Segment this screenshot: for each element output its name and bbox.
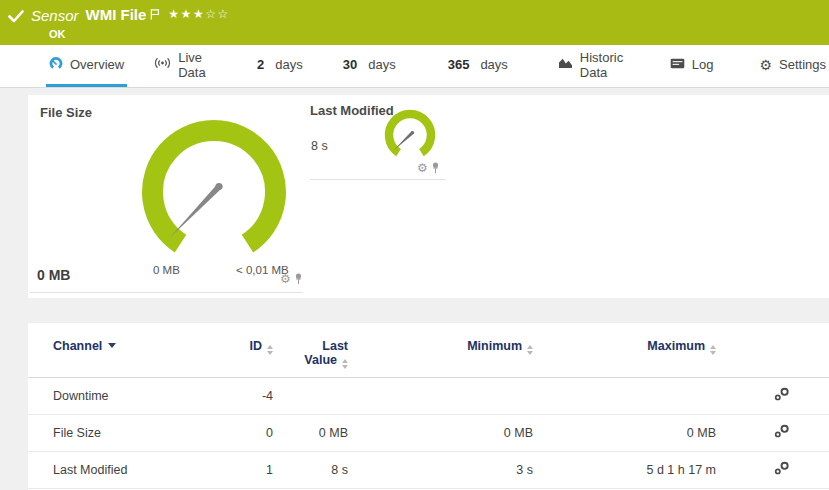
table-row-file-size[interactable]: File Size 0 0 MB 0 MB 0 MB bbox=[28, 415, 829, 452]
tab-365-days[interactable]: 365 days bbox=[445, 45, 511, 87]
channel-last-value: 8 s bbox=[275, 452, 350, 489]
tab-label: Settings bbox=[779, 57, 826, 72]
channel-name: Downtime bbox=[28, 378, 178, 415]
tab-2-days[interactable]: 2 days bbox=[254, 45, 306, 87]
channel-settings-gears-icon[interactable] bbox=[773, 391, 791, 405]
tab-number: 365 bbox=[448, 57, 470, 72]
channel-maximum bbox=[535, 378, 718, 415]
gear-icon: ⚙ bbox=[759, 58, 772, 72]
tab-30-days[interactable]: 30 days bbox=[340, 45, 399, 87]
channel-settings-gears-icon[interactable] bbox=[773, 465, 791, 479]
channel-id: 1 bbox=[178, 452, 275, 489]
sort-icon bbox=[710, 345, 716, 355]
last-modified-gauge-actions: ⚙ bbox=[417, 162, 440, 174]
file-size-current-value: 0 MB bbox=[37, 267, 70, 283]
sensor-kind-label: Sensor bbox=[31, 7, 79, 24]
tab-historic-data[interactable]: Historic Data bbox=[555, 45, 633, 87]
last-modified-gauge-title: Last Modified bbox=[310, 103, 394, 118]
file-size-gauge-title: File Size bbox=[40, 105, 92, 120]
flag-icon[interactable] bbox=[150, 6, 160, 24]
column-header-channel[interactable]: Channel bbox=[28, 323, 178, 378]
area-chart-icon bbox=[558, 57, 573, 72]
gauge-settings-gear-icon[interactable]: ⚙ bbox=[417, 162, 428, 174]
column-header-minimum[interactable]: Minimum bbox=[350, 323, 535, 378]
tab-label: Overview bbox=[70, 57, 124, 72]
gauge-icon bbox=[49, 57, 63, 72]
stars-filled[interactable]: ★★★ bbox=[168, 7, 205, 21]
sort-icon bbox=[267, 345, 273, 355]
channel-name: File Size bbox=[28, 415, 178, 452]
tab-overview[interactable]: Overview bbox=[46, 45, 127, 87]
tab-label: days bbox=[368, 57, 395, 72]
tab-label: Historic Data bbox=[580, 50, 630, 80]
column-header-maximum[interactable]: Maximum bbox=[535, 323, 718, 378]
tab-number: 30 bbox=[343, 57, 357, 72]
gauges-panel: File Size 0 MB < 0,01 MB ⚙ 0 MB Last Mod… bbox=[28, 95, 829, 298]
channels-table: Channel ID Last Value Minimum Maximum bbox=[28, 323, 829, 489]
sort-desc-icon bbox=[108, 343, 116, 348]
channel-minimum: 3 s bbox=[350, 452, 535, 489]
gauge-settings-gear-icon[interactable]: ⚙ bbox=[280, 273, 291, 285]
table-row-last-modified[interactable]: Last Modified 1 8 s 3 s 5 d 1 h 17 m bbox=[28, 452, 829, 489]
pin-icon[interactable] bbox=[431, 162, 440, 174]
last-modified-current-value: 8 s bbox=[311, 139, 328, 153]
card-divider bbox=[310, 179, 446, 180]
file-size-gauge-actions: ⚙ bbox=[280, 273, 303, 285]
tab-label: days bbox=[275, 57, 302, 72]
sensor-header: Sensor WMI File ★★★☆☆ OK bbox=[0, 0, 829, 45]
sort-icon bbox=[527, 345, 533, 355]
tab-live-data[interactable]: Live Data bbox=[151, 45, 216, 87]
channel-id: 0 bbox=[178, 415, 275, 452]
channel-last-value: 0 MB bbox=[275, 415, 350, 452]
tab-log[interactable]: Log bbox=[667, 45, 717, 87]
file-size-gauge bbox=[140, 111, 290, 261]
sensor-title: WMI File bbox=[86, 6, 147, 23]
channel-minimum: 0 MB bbox=[350, 415, 535, 452]
pin-icon[interactable] bbox=[294, 273, 303, 285]
gauge-scale-min: 0 MB bbox=[153, 264, 180, 276]
channel-last-value bbox=[275, 378, 350, 415]
table-row-downtime[interactable]: Downtime -4 bbox=[28, 378, 829, 415]
channel-name: Last Modified bbox=[28, 452, 178, 489]
status-ok-check-icon bbox=[8, 9, 24, 27]
priority-stars[interactable]: ★★★☆☆ bbox=[168, 7, 229, 21]
channels-table-panel: Channel ID Last Value Minimum Maximum bbox=[28, 323, 829, 490]
column-header-actions bbox=[718, 323, 829, 378]
tab-label: days bbox=[480, 57, 507, 72]
status-badge: OK bbox=[49, 28, 230, 40]
channel-maximum: 5 d 1 h 17 m bbox=[535, 452, 718, 489]
tab-bar: Overview Live Data 2 days 30 days 365 da… bbox=[0, 45, 829, 88]
tab-number: 2 bbox=[257, 57, 264, 72]
channel-maximum: 0 MB bbox=[535, 415, 718, 452]
table-header-row: Channel ID Last Value Minimum Maximum bbox=[28, 323, 829, 378]
log-icon bbox=[670, 57, 685, 72]
tab-label: Live Data bbox=[178, 50, 213, 80]
tab-label: Log bbox=[692, 57, 714, 72]
stars-empty[interactable]: ☆☆ bbox=[205, 7, 230, 21]
last-modified-gauge bbox=[383, 109, 439, 165]
broadcast-icon bbox=[154, 57, 171, 72]
overview-content: File Size 0 MB < 0,01 MB ⚙ 0 MB Last Mod… bbox=[0, 88, 829, 490]
card-divider bbox=[30, 292, 303, 293]
sort-icon bbox=[342, 359, 348, 369]
channel-settings-gears-icon[interactable] bbox=[773, 428, 791, 442]
column-header-last-value[interactable]: Last Value bbox=[275, 323, 350, 378]
channel-minimum bbox=[350, 378, 535, 415]
column-header-id[interactable]: ID bbox=[178, 323, 275, 378]
tab-settings[interactable]: ⚙ Settings bbox=[756, 45, 829, 87]
channel-id: -4 bbox=[178, 378, 275, 415]
